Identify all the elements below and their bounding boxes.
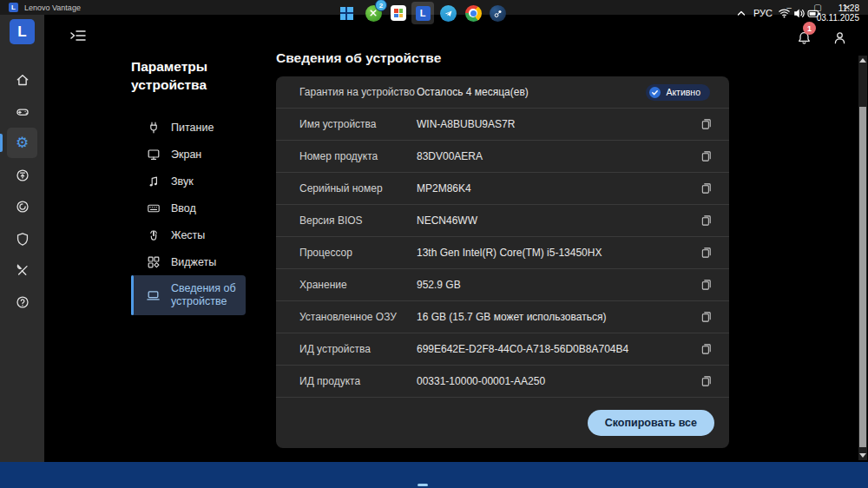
rail-item-device-settings[interactable]: ⚙ [7, 128, 37, 158]
nav-item-sound[interactable]: Звук [131, 168, 246, 195]
taskbar [0, 462, 868, 488]
arrow-up-icon [859, 58, 866, 63]
nav-item-label: Экран [171, 148, 201, 161]
rail-item-system-update[interactable] [7, 160, 37, 190]
active-app-indicator [418, 484, 428, 486]
widgets-icon [146, 254, 161, 269]
update-icon [16, 168, 30, 182]
rail-item-smart-features[interactable] [7, 191, 37, 221]
nav-item-widgets[interactable]: Виджеты [131, 248, 246, 275]
nav-item-power[interactable]: Питание [131, 114, 246, 141]
row-value: Осталось 4 месяца(ев) [417, 86, 646, 98]
taskbar-chrome-app[interactable] [462, 2, 484, 24]
row-label: Серийный номер [299, 182, 417, 195]
nav-item-label: Жесты [171, 229, 205, 241]
nav-selected-indicator [131, 275, 134, 315]
row-label: Гарантия на устройство [299, 86, 417, 98]
gear-icon: ⚙ [16, 135, 29, 150]
row-value: 952.9 GB [417, 279, 691, 291]
row-value: 16 GB (15.7 GB может использоваться) [417, 311, 691, 323]
table-row-serial-number: Серийный номер MP2M86K4 [276, 173, 729, 205]
screen: L Lenovo Vantage – ▢ ✕ L ⚙ [0, 0, 868, 488]
row-label: Хранение [299, 279, 417, 291]
table-row-device-name: Имя устройства WIN-A8BUBU9AS7R [276, 109, 729, 141]
table-row-warranty: Гарантия на устройство Осталось 4 месяца… [276, 76, 729, 109]
nav-item-gestures[interactable]: Жесты [131, 221, 246, 248]
tray-clock[interactable]: 11:28 03.11.2025 [812, 0, 859, 26]
taskbar-start-button[interactable] [335, 2, 358, 24]
taskbar-steam-app[interactable] [486, 2, 509, 24]
rail-active-indicator [0, 134, 3, 152]
gesture-icon [146, 228, 161, 242]
wifi-icon [778, 7, 791, 19]
table-row-bios-version: Версия BIOS NECN46WW [276, 205, 729, 237]
copy-button[interactable] [698, 115, 715, 133]
table-row-processor: Процессор 13th Gen Intel(R) Core(TM) i5-… [276, 237, 729, 269]
nav-item-label: Виджеты [171, 256, 216, 268]
copy-button[interactable] [698, 308, 715, 326]
nav-item-label: Питание [171, 122, 214, 134]
taskbar-store-app[interactable] [387, 2, 410, 24]
steam-icon [490, 5, 506, 22]
gamepad-icon [16, 105, 30, 119]
row-value: MP2M86K4 [417, 182, 691, 195]
copy-button[interactable] [698, 244, 715, 261]
status-badge: Активно [646, 84, 710, 101]
scrollbar-thumb[interactable] [859, 107, 866, 447]
copy-button[interactable] [698, 373, 715, 390]
row-label: Имя устройства [299, 118, 417, 130]
tray-language-switcher[interactable]: РУС [752, 0, 774, 26]
table-row-product-number: Номер продукта 83DV00AERA [276, 141, 729, 173]
row-label: ИД устройства [299, 343, 417, 355]
user-icon [832, 30, 847, 45]
nav-item-input[interactable]: Ввод [131, 195, 246, 221]
table-row-storage: Хранение 952.9 GB [276, 269, 729, 301]
copy-button[interactable] [698, 276, 715, 293]
check-circle-icon [649, 87, 661, 98]
account-button[interactable] [828, 26, 851, 49]
copy-icon [700, 118, 713, 130]
taskbar-telegram-app[interactable] [437, 2, 459, 24]
scrollbar-up-button[interactable] [858, 56, 867, 64]
card-footer: Скопировать все [276, 398, 729, 448]
window-title: Lenovo Vantage [24, 3, 81, 12]
taskbar-vantage-app[interactable]: L [411, 2, 434, 24]
rail-item-security[interactable] [7, 223, 37, 254]
chevron-up-icon [736, 9, 746, 17]
page-heading: Сведения об устройстве [276, 50, 441, 66]
nav-item-device-details[interactable]: Сведения об устройстве [131, 275, 246, 315]
row-value: 699E642E-D2F8-44C0-A718-56D0B8A704B4 [417, 343, 691, 355]
copy-button[interactable] [698, 340, 715, 358]
rail-item-home[interactable] [7, 64, 37, 95]
laptop-icon [146, 288, 161, 303]
tray-network[interactable] [776, 0, 792, 26]
clock-time: 11:28 [838, 3, 859, 13]
tray-volume[interactable] [791, 0, 806, 26]
copy-all-button[interactable]: Скопировать все [588, 410, 714, 436]
nav-item-display[interactable]: Экран [131, 141, 246, 168]
nav-item-label: Звук [171, 175, 194, 188]
speaker-icon [792, 7, 806, 19]
nav-item-label: Сведения об устройстве [171, 282, 246, 308]
collapse-menu-button[interactable] [68, 27, 89, 44]
copy-button[interactable] [698, 180, 715, 197]
taskbar-xbox-app[interactable]: 2 [362, 2, 385, 24]
store-icon [391, 5, 406, 21]
tray-show-hidden-icons[interactable] [734, 0, 748, 26]
copy-icon [700, 279, 713, 291]
windows-icon [340, 7, 353, 20]
power-plug-icon [146, 120, 161, 135]
copy-icon [700, 150, 713, 162]
table-row-installed-ram: Установленное ОЗУ 16 GB (15.7 GB может и… [276, 301, 729, 333]
copy-button[interactable] [698, 212, 715, 229]
device-details-card: Гарантия на устройство Осталось 4 месяца… [276, 76, 729, 448]
row-value: NECN46WW [417, 214, 691, 227]
scrollbar-down-button[interactable] [858, 451, 867, 459]
copy-button[interactable] [698, 148, 715, 165]
lenovo-logo: L [10, 19, 35, 44]
copy-icon [700, 375, 713, 387]
rail-item-help[interactable] [7, 287, 37, 317]
rail-item-toolkit[interactable] [7, 254, 37, 285]
rail-item-games[interactable] [7, 96, 37, 127]
icon-rail: L ⚙ [0, 15, 44, 462]
